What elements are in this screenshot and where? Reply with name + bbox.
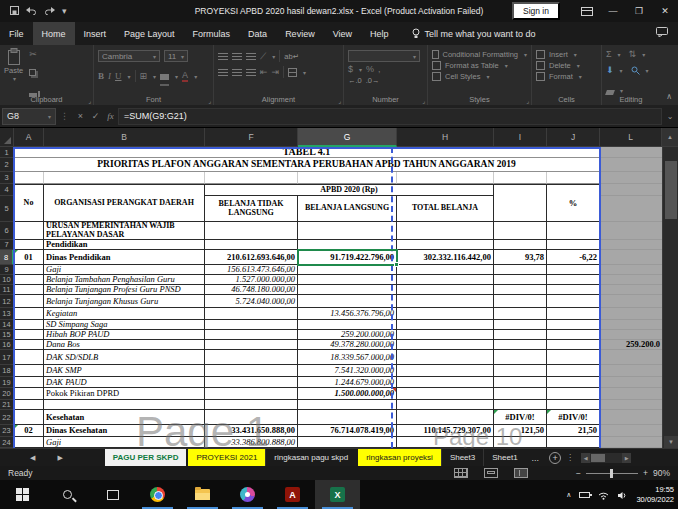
- cell-G24[interactable]: [298, 437, 397, 448]
- cell-H24[interactable]: [397, 437, 494, 448]
- accounting-format-icon[interactable]: $: [348, 65, 353, 74]
- decrease-decimal-icon[interactable]: .0→: [366, 76, 380, 85]
- cell-G22[interactable]: [298, 410, 397, 425]
- decrease-indent-icon[interactable]: ⇤: [260, 68, 268, 77]
- insert-button[interactable]: Insert: [549, 50, 568, 59]
- cell-A6[interactable]: [14, 222, 44, 240]
- cell-F17[interactable]: [205, 350, 298, 365]
- row-header-10[interactable]: 10: [0, 275, 14, 285]
- copy-icon[interactable]: [29, 62, 40, 80]
- formula-input[interactable]: =SUM(G9:G21): [118, 108, 662, 125]
- cell-B16[interactable]: Dana Bos: [44, 340, 205, 350]
- cell-I23[interactable]: 121,50: [494, 425, 547, 437]
- font-dialog-launcher[interactable]: ⌟: [208, 97, 211, 104]
- sheet-tab-proyeksi-2021[interactable]: PROYEKSI 2021: [188, 449, 265, 466]
- cell-A18[interactable]: [14, 365, 44, 377]
- cell-F4[interactable]: APBD 2020 (Rp): [205, 184, 494, 196]
- cell-I16[interactable]: [494, 340, 547, 350]
- row-header-18[interactable]: 18: [0, 365, 14, 377]
- cell-A23[interactable]: 02: [14, 425, 44, 437]
- format-button[interactable]: Format: [549, 72, 573, 81]
- borders-icon[interactable]: ⊞: [140, 72, 148, 81]
- comma-style-icon[interactable]: ,: [378, 65, 381, 74]
- sheet-tab-pagu-per-skpd[interactable]: PAGU PER SKPD: [105, 449, 187, 466]
- cell-J14[interactable]: [547, 320, 600, 330]
- cell-I4[interactable]: [494, 184, 547, 222]
- tab-scroll-right-icon[interactable]: ▶: [57, 454, 62, 462]
- cell-J3[interactable]: [547, 172, 600, 184]
- cell-L6[interactable]: [600, 222, 662, 240]
- cell-B7[interactable]: Pendidikan: [44, 240, 205, 250]
- horizontal-scrollbar[interactable]: ◀ ▶: [581, 453, 631, 463]
- cell-B19[interactable]: DAK PAUD: [44, 377, 205, 388]
- align-right-icon[interactable]: [246, 69, 256, 76]
- cell-G5[interactable]: BELANJA LANGSUNG: [298, 196, 397, 222]
- hscroll-right-icon[interactable]: ▶: [622, 453, 631, 463]
- underline-button[interactable]: U: [115, 72, 122, 81]
- sheet-tab-sheet3[interactable]: Sheet3: [441, 449, 483, 466]
- cell-L17[interactable]: [600, 350, 662, 365]
- cell-H9[interactable]: [397, 265, 494, 275]
- undo-icon[interactable]: [26, 6, 37, 17]
- cell-J12[interactable]: [547, 295, 600, 308]
- cell-J21[interactable]: [547, 400, 600, 410]
- taskbar-file-explorer[interactable]: [180, 480, 225, 509]
- cell-B23[interactable]: Dinas Kesehatan: [44, 425, 205, 437]
- feedback-icon[interactable]: [656, 27, 668, 39]
- cell-B6[interactable]: URUSAN PEMERINTAHAN WAJIB PELAYANAN DASA…: [44, 222, 205, 240]
- scroll-down-icon[interactable]: ▼: [664, 436, 678, 448]
- delete-button[interactable]: Delete: [549, 61, 571, 70]
- col-header-J[interactable]: J: [547, 128, 600, 147]
- row-header-24[interactable]: 24: [0, 437, 14, 448]
- tab-help[interactable]: Help: [361, 22, 398, 45]
- wifi-icon[interactable]: [598, 486, 609, 504]
- more-sheets-indicator[interactable]: ...: [526, 449, 546, 466]
- tab-file[interactable]: File: [0, 22, 33, 45]
- cell-B13[interactable]: Kegiatan: [44, 308, 205, 320]
- cell-I19[interactable]: [494, 377, 547, 388]
- zoom-slider[interactable]: [586, 473, 638, 474]
- col-header-A[interactable]: A: [14, 128, 44, 147]
- tab-scroll-left-icon[interactable]: ◀: [30, 454, 35, 462]
- minimize-button[interactable]: —: [600, 0, 626, 22]
- row-header-4[interactable]: 4: [0, 184, 14, 196]
- autosum-icon[interactable]: Σ: [606, 50, 612, 59]
- cell-G9[interactable]: [298, 265, 397, 275]
- cell-B11[interactable]: Belanja Tunjangan Profesi Guru PNSD: [44, 285, 205, 295]
- cell-I22[interactable]: #DIV/0!: [494, 410, 547, 425]
- cell-J11[interactable]: [547, 285, 600, 295]
- cell-F13[interactable]: [205, 308, 298, 320]
- cell-L4[interactable]: [600, 184, 662, 196]
- cell-A24[interactable]: [14, 437, 44, 448]
- merge-center-icon[interactable]: [288, 68, 297, 77]
- hscroll-left-icon[interactable]: ◀: [581, 453, 590, 463]
- scroll-up-icon[interactable]: ▲: [662, 128, 678, 147]
- align-left-icon[interactable]: [218, 69, 228, 76]
- wrap-text-icon[interactable]: ab↵: [284, 52, 299, 61]
- cell-B8[interactable]: Dinas Pendidikan: [44, 250, 205, 265]
- row-header-12[interactable]: 12: [0, 295, 14, 308]
- zoom-level[interactable]: 90%: [653, 468, 670, 478]
- row-header-16[interactable]: 16: [0, 340, 14, 350]
- cell-A2[interactable]: PRIORITAS PLAFON ANGGARAN SEMENTARA PERU…: [14, 158, 600, 172]
- cell-F22[interactable]: [205, 410, 298, 425]
- tab-insert[interactable]: Insert: [75, 22, 116, 45]
- col-header-I[interactable]: I: [494, 128, 547, 147]
- cancel-icon[interactable]: ×: [73, 111, 88, 121]
- cell-I11[interactable]: [494, 285, 547, 295]
- cell-J23[interactable]: 21,50: [547, 425, 600, 437]
- increase-indent-icon[interactable]: ⇥: [272, 68, 280, 77]
- cell-B22[interactable]: Kesehatan: [44, 410, 205, 425]
- cell-J10[interactable]: [547, 275, 600, 285]
- cell-H20[interactable]: [397, 388, 494, 400]
- fill-handle[interactable]: [394, 262, 399, 267]
- cell-J9[interactable]: [547, 265, 600, 275]
- cell-F23[interactable]: 33.431.650.888,00: [205, 425, 298, 437]
- tab-view[interactable]: View: [324, 22, 361, 45]
- cell-L5[interactable]: [600, 196, 662, 222]
- row-header-3[interactable]: 3: [0, 172, 14, 184]
- start-button[interactable]: [0, 480, 45, 509]
- tab-page-layout[interactable]: Page Layout: [115, 22, 184, 45]
- cell-G11[interactable]: [298, 285, 397, 295]
- horizontal-scrollbar-thumb[interactable]: [591, 454, 605, 462]
